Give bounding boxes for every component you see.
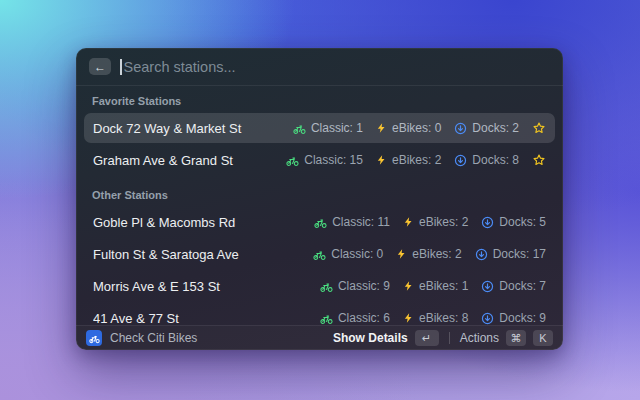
ebike-count-label: eBikes: 2 xyxy=(419,215,468,229)
classic-count: Classic: 1 xyxy=(293,121,363,135)
classic-count-label: Classic: 9 xyxy=(338,279,390,293)
raycast-window: ← Favorite Stations Dock 72 Way & Market… xyxy=(76,48,563,350)
classic-count-label: Classic: 15 xyxy=(304,153,363,167)
ebike-bolt-icon xyxy=(376,154,387,166)
station-row[interactable]: Goble Pl & Macombs Rd Classic: 11 eBikes… xyxy=(84,207,555,237)
ebike-count-label: eBikes: 1 xyxy=(419,279,468,293)
docks-count: Docks: 5 xyxy=(481,215,546,229)
ebike-count: eBikes: 8 xyxy=(403,311,468,325)
classic-count: Classic: 11 xyxy=(314,215,390,229)
station-name: 41 Ave & 77 St xyxy=(93,311,320,326)
docks-count-label: Docks: 2 xyxy=(472,121,519,135)
citibike-app-icon xyxy=(86,330,102,346)
return-key-badge: ↵ xyxy=(415,330,439,346)
docks-count: Docks: 2 xyxy=(454,121,519,135)
classic-bike-icon xyxy=(286,154,299,167)
section-title-favorites: Favorite Stations xyxy=(84,86,555,113)
row-accessories: Classic: 1 eBikes: 0 Docks: 2 xyxy=(293,121,546,135)
ebike-count: eBikes: 0 xyxy=(376,121,441,135)
classic-count: Classic: 0 xyxy=(313,247,383,261)
ebike-count: eBikes: 2 xyxy=(376,153,441,167)
search-bar: ← xyxy=(76,48,563,86)
ebike-count: eBikes: 2 xyxy=(403,215,468,229)
classic-count-label: Classic: 11 xyxy=(332,215,390,229)
classic-bike-icon xyxy=(313,248,326,261)
favorite-star-icon xyxy=(532,153,546,167)
station-row[interactable]: 41 Ave & 77 St Classic: 6 eBikes: 8 Dock… xyxy=(84,303,555,325)
section-title-other: Other Stations xyxy=(84,177,555,207)
row-accessories: Classic: 6 eBikes: 8 Docks: 9 xyxy=(320,311,546,325)
ebike-bolt-icon xyxy=(403,280,414,292)
docks-count-label: Docks: 7 xyxy=(499,279,546,293)
docks-arrow-circle-icon xyxy=(454,154,467,167)
docks-arrow-circle-icon xyxy=(454,122,467,135)
station-name: Morris Ave & E 153 St xyxy=(93,279,320,294)
ebike-bolt-icon xyxy=(396,248,407,260)
ebike-bolt-icon xyxy=(376,122,387,134)
docks-count-label: Docks: 17 xyxy=(493,247,546,261)
back-button[interactable]: ← xyxy=(89,58,111,75)
docks-count: Docks: 7 xyxy=(481,279,546,293)
station-row[interactable]: Morris Ave & E 153 St Classic: 9 eBikes:… xyxy=(84,271,555,301)
docks-count: Docks: 9 xyxy=(481,311,546,325)
docks-count: Docks: 17 xyxy=(475,247,546,261)
docks-arrow-circle-icon xyxy=(475,248,488,261)
docks-count: Docks: 8 xyxy=(454,153,519,167)
row-accessories: Classic: 15 eBikes: 2 Docks: 8 xyxy=(286,153,546,167)
docks-count-label: Docks: 9 xyxy=(499,311,546,325)
ebike-bolt-icon xyxy=(403,216,414,228)
docks-arrow-circle-icon xyxy=(481,216,494,229)
station-list: Favorite Stations Dock 72 Way & Market S… xyxy=(76,86,563,325)
ebike-count: eBikes: 1 xyxy=(403,279,468,293)
classic-count-label: Classic: 1 xyxy=(311,121,363,135)
classic-count-label: Classic: 6 xyxy=(338,311,390,325)
station-name: Goble Pl & Macombs Rd xyxy=(93,215,314,230)
station-name: Graham Ave & Grand St xyxy=(93,153,286,168)
station-row[interactable]: Dock 72 Way & Market St Classic: 1 eBike… xyxy=(84,113,555,143)
footer-app-label: Check Citi Bikes xyxy=(110,331,325,345)
show-details-action[interactable]: Show Details xyxy=(333,331,408,345)
search-input[interactable] xyxy=(122,59,551,75)
classic-count: Classic: 6 xyxy=(320,311,390,325)
docks-count-label: Docks: 8 xyxy=(472,153,519,167)
docks-arrow-circle-icon xyxy=(481,312,494,325)
classic-count-label: Classic: 0 xyxy=(331,247,383,261)
docks-arrow-circle-icon xyxy=(481,280,494,293)
station-row[interactable]: Fulton St & Saratoga Ave Classic: 0 eBik… xyxy=(84,239,555,269)
favorite-star-icon xyxy=(532,121,546,135)
classic-bike-icon xyxy=(314,216,327,229)
ebike-count-label: eBikes: 0 xyxy=(392,121,441,135)
ebike-count-label: eBikes: 8 xyxy=(419,311,468,325)
ebike-count: eBikes: 2 xyxy=(396,247,461,261)
station-name: Dock 72 Way & Market St xyxy=(93,121,293,136)
classic-count: Classic: 9 xyxy=(320,279,390,293)
classic-bike-icon xyxy=(320,280,333,293)
classic-bike-icon xyxy=(293,122,306,135)
classic-bike-icon xyxy=(320,312,333,325)
ebike-count-label: eBikes: 2 xyxy=(412,247,461,261)
classic-count: Classic: 15 xyxy=(286,153,363,167)
k-key-badge: K xyxy=(533,330,553,346)
ebike-count-label: eBikes: 2 xyxy=(392,153,441,167)
row-accessories: Classic: 0 eBikes: 2 Docks: 17 xyxy=(313,247,546,261)
row-accessories: Classic: 11 eBikes: 2 Docks: 5 xyxy=(314,215,546,229)
docks-count-label: Docks: 5 xyxy=(499,215,546,229)
row-accessories: Classic: 9 eBikes: 1 Docks: 7 xyxy=(320,279,546,293)
station-row[interactable]: Graham Ave & Grand St Classic: 15 eBikes… xyxy=(84,145,555,175)
ebike-bolt-icon xyxy=(403,312,414,324)
footer-bar: Check Citi Bikes Show Details ↵ Actions … xyxy=(76,325,563,350)
station-name: Fulton St & Saratoga Ave xyxy=(93,247,313,262)
footer-divider xyxy=(449,332,450,344)
footer-actions: Show Details ↵ Actions ⌘ K xyxy=(333,330,553,346)
cmd-key-badge: ⌘ xyxy=(506,330,526,346)
search-input-wrap[interactable] xyxy=(120,59,550,75)
actions-menu-action[interactable]: Actions xyxy=(460,331,499,345)
